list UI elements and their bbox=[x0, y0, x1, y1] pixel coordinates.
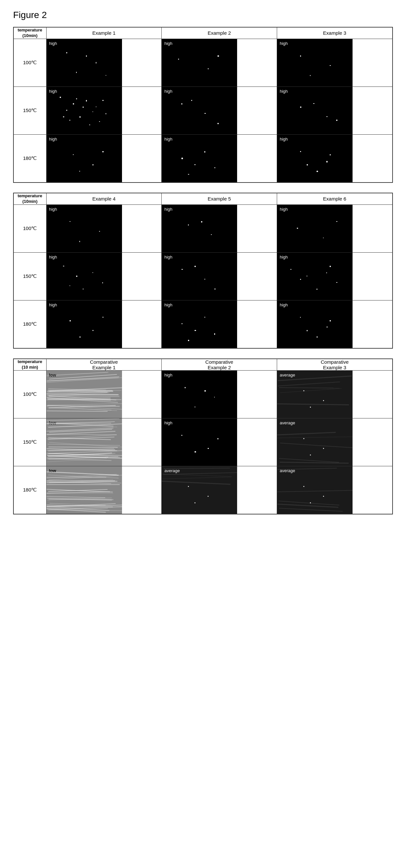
column-header-0: Example 4 bbox=[46, 193, 162, 205]
image-cell: high bbox=[46, 39, 162, 87]
image-cell: high bbox=[277, 134, 393, 183]
image-cell: high bbox=[46, 252, 162, 300]
image-cell: low bbox=[46, 370, 162, 418]
temp-label: 180℃ bbox=[13, 466, 46, 514]
corner-header: temperature(10min) bbox=[13, 27, 46, 39]
column-header-1: ComparativeExample 2 bbox=[162, 359, 277, 371]
image-cell: high bbox=[162, 87, 277, 134]
column-header-0: ComparativeExample 1 bbox=[46, 359, 162, 371]
temp-label: 180℃ bbox=[13, 300, 46, 348]
image-cell: high bbox=[162, 205, 277, 252]
image-cell: high bbox=[277, 205, 393, 252]
image-cell: average bbox=[277, 466, 393, 514]
image-cell: low bbox=[46, 466, 162, 514]
image-cell: high bbox=[277, 39, 393, 87]
column-header-2: Example 3 bbox=[277, 27, 393, 39]
image-cell: high bbox=[46, 87, 162, 134]
image-cell: high bbox=[162, 134, 277, 183]
temp-label: 150℃ bbox=[13, 418, 46, 466]
image-cell: high bbox=[162, 370, 277, 418]
column-header-0: Example 1 bbox=[46, 27, 162, 39]
temp-label: 150℃ bbox=[13, 87, 46, 134]
column-header-2: ComparativeExample 3 bbox=[277, 359, 393, 371]
image-cell: average bbox=[277, 370, 393, 418]
image-cell: high bbox=[162, 39, 277, 87]
image-cell: high bbox=[277, 252, 393, 300]
temp-label: 150℃ bbox=[13, 252, 46, 300]
data-table-3: temperature(10 min)ComparativeExample 1C… bbox=[13, 359, 393, 515]
temp-label: 100℃ bbox=[13, 370, 46, 418]
image-cell: high bbox=[46, 205, 162, 252]
image-cell: high bbox=[277, 87, 393, 134]
image-cell: high bbox=[162, 418, 277, 466]
temp-label: 100℃ bbox=[13, 205, 46, 252]
image-cell: low bbox=[46, 418, 162, 466]
image-cell: high bbox=[46, 300, 162, 348]
temp-label: 100℃ bbox=[13, 39, 46, 87]
data-table-2: temperature(10min)Example 4Example 5Exam… bbox=[13, 193, 393, 349]
column-header-1: Example 2 bbox=[162, 27, 277, 39]
image-cell: high bbox=[46, 134, 162, 183]
image-cell: average bbox=[162, 466, 277, 514]
image-cell: high bbox=[277, 300, 393, 348]
data-table-1: temperature(10min)Example 1Example 2Exam… bbox=[13, 27, 393, 183]
corner-header: temperature(10min) bbox=[13, 193, 46, 205]
corner-header: temperature(10 min) bbox=[13, 359, 46, 371]
image-cell: high bbox=[162, 252, 277, 300]
column-header-1: Example 5 bbox=[162, 193, 277, 205]
temp-label: 180℃ bbox=[13, 134, 46, 183]
image-cell: high bbox=[162, 300, 277, 348]
image-cell: average bbox=[277, 418, 393, 466]
figure-title: Figure 2 bbox=[13, 10, 393, 20]
column-header-2: Example 6 bbox=[277, 193, 393, 205]
